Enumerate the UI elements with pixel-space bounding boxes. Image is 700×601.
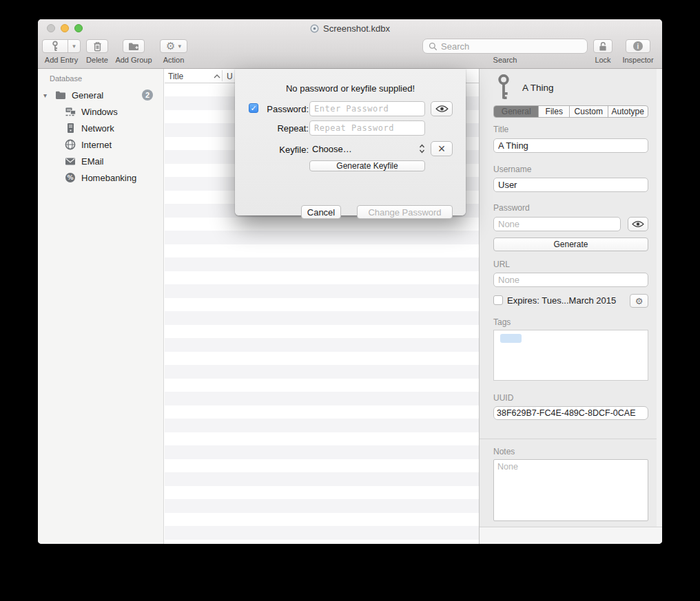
eye-icon — [435, 105, 449, 113]
generate-password-button[interactable]: Generate — [493, 238, 648, 251]
sidebar-item-windows[interactable]: Windows — [38, 105, 163, 118]
gear-icon: ⚙ — [166, 40, 175, 52]
dialog-repeat-input[interactable] — [309, 120, 425, 136]
tab-files[interactable]: Files — [539, 106, 570, 117]
sidebar-item-label: Homebanking — [81, 173, 136, 183]
add-group-label: Add Group — [112, 56, 155, 64]
uuid-label: UUID — [493, 393, 513, 403]
change-password-button[interactable]: Change Password — [357, 205, 453, 219]
notes-label: Notes — [493, 447, 515, 456]
clear-keyfile-button[interactable]: × — [431, 141, 453, 156]
delete-label: Delete — [79, 56, 115, 64]
delete-button[interactable] — [86, 39, 108, 53]
reveal-password-button[interactable] — [628, 217, 648, 231]
change-password-sheet: No password or keyfile supplied! ✓ Passw… — [235, 69, 466, 215]
sidebar-item-email[interactable]: EMail — [38, 154, 163, 168]
gear-icon: ⚙ — [635, 296, 644, 306]
stepper-arrows-icon — [419, 143, 425, 154]
column-header-username[interactable]: U — [227, 69, 233, 83]
dialog-keyfile-label: Keyfile: — [260, 145, 309, 155]
dialog-repeat-label: Repeat: — [260, 123, 309, 134]
app-window: Screenshot.kdbx ▾ Add Entry — [38, 19, 662, 544]
tag-token[interactable] — [500, 334, 522, 343]
sort-ascending-icon — [214, 74, 220, 78]
svg-text:%: % — [67, 174, 73, 181]
dialog-reveal-password-button[interactable] — [431, 101, 453, 116]
notes-field[interactable] — [493, 459, 648, 521]
tab-custom[interactable]: Custom — [570, 106, 608, 117]
sidebar-item-internet[interactable]: Internet — [38, 138, 163, 151]
server-icon — [66, 123, 75, 134]
add-entry-label: Add Entry — [42, 56, 81, 64]
lock-button[interactable] — [593, 39, 612, 53]
envelope-icon — [65, 157, 76, 166]
trash-icon — [93, 41, 102, 52]
inspector-scrollbar-track[interactable] — [657, 69, 662, 527]
tags-field[interactable] — [493, 330, 648, 381]
column-header-title[interactable]: Title — [168, 69, 183, 83]
key-icon — [495, 74, 513, 101]
sidebar-item-label: Network — [81, 123, 114, 134]
window-title-area: Screenshot.kdbx — [38, 23, 662, 34]
lock-label: Lock — [586, 56, 619, 64]
entry-title: A Thing — [522, 83, 554, 93]
disclosure-triangle-icon[interactable]: ▾ — [43, 92, 47, 99]
cancel-button[interactable]: Cancel — [301, 205, 341, 219]
search-icon — [429, 42, 438, 51]
generate-keyfile-button[interactable]: Generate Keyfile — [309, 160, 425, 171]
password-field[interactable] — [493, 217, 621, 231]
username-field[interactable] — [493, 178, 648, 192]
dialog-password-input[interactable] — [309, 101, 425, 116]
tab-autotype[interactable]: Autotype — [608, 106, 648, 117]
tags-label: Tags — [493, 317, 511, 327]
percent-icon: % — [65, 172, 76, 183]
keyfile-popup[interactable]: Choose… — [309, 141, 425, 156]
windows-icon — [65, 107, 76, 117]
uuid-field[interactable] — [493, 406, 648, 420]
add-entry-dropdown[interactable]: ▾ — [68, 43, 80, 50]
chevron-down-icon: ▾ — [178, 43, 181, 50]
inspector-footer — [480, 527, 662, 544]
keyfile-popup-value: Choose… — [309, 144, 419, 154]
window-title: Screenshot.kdbx — [323, 23, 390, 34]
document-proxy-icon — [310, 24, 319, 33]
checkmark-icon: ✓ — [250, 104, 256, 113]
eye-icon — [632, 220, 644, 228]
add-group-button[interactable] — [123, 39, 145, 53]
action-button[interactable]: ⚙ ▾ — [160, 39, 187, 53]
password-enabled-checkbox[interactable]: ✓ — [249, 103, 258, 113]
sidebar-item-label: Windows — [81, 107, 118, 117]
add-entry-button[interactable]: ▾ — [42, 39, 81, 53]
inspector-panel: A Thing General Files Custom Autotype Ti… — [479, 69, 662, 544]
title-field[interactable] — [493, 138, 648, 153]
sidebar-item-label: Internet — [81, 140, 112, 150]
window-chrome: Screenshot.kdbx ▾ Add Entry — [38, 19, 662, 69]
search-field[interactable] — [422, 39, 588, 54]
column-divider[interactable] — [222, 70, 223, 81]
sidebar: Database ▾ General 2 W — [38, 69, 164, 544]
sidebar-item-label: EMail — [81, 156, 104, 167]
sidebar-item-homebanking[interactable]: % Homebanking — [38, 171, 163, 184]
close-x-icon: × — [438, 143, 446, 155]
expires-label: Expires: Tues...March 2015 — [507, 295, 616, 306]
search-label: Search — [422, 56, 588, 64]
folder-icon — [55, 90, 66, 100]
sidebar-group-label: General — [72, 90, 103, 101]
expires-settings-button[interactable]: ⚙ — [630, 294, 648, 308]
screen: Screenshot.kdbx ▾ Add Entry — [0, 0, 700, 601]
url-field[interactable] — [493, 273, 648, 287]
entry-count-badge: 2 — [142, 89, 153, 101]
expires-checkbox[interactable] — [493, 295, 503, 305]
action-label: Action — [160, 56, 187, 64]
info-icon: i — [633, 41, 643, 51]
sidebar-group-general[interactable]: ▾ General 2 — [38, 88, 163, 102]
search-input[interactable] — [441, 41, 581, 52]
tab-general[interactable]: General — [494, 106, 539, 117]
divider — [480, 439, 662, 439]
inspector-label: Inspector — [617, 56, 659, 64]
inspector-button[interactable]: i — [626, 39, 650, 53]
url-field-label: URL — [493, 260, 510, 269]
inspector-tabs: General Files Custom Autotype — [493, 105, 648, 118]
sidebar-item-network[interactable]: Network — [38, 121, 163, 135]
folder-plus-icon — [128, 42, 139, 51]
